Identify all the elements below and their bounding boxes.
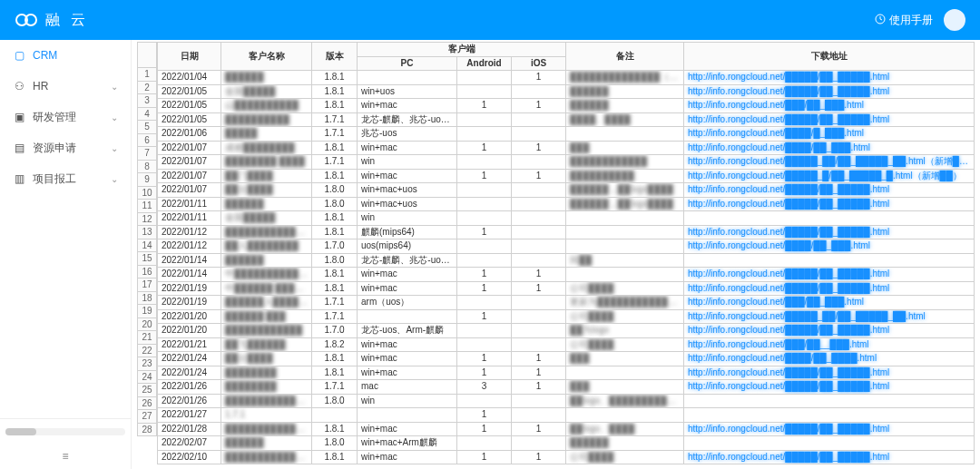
table-cell[interactable]: http://info.rongcloud.net/█████/██_█████… (684, 71, 975, 85)
table-cell[interactable]: http://info.rongcloud.net/█████_██/██_██… (684, 155, 975, 170)
table-cell[interactable]: 2022/01/07 (158, 141, 221, 155)
table-cell[interactable]: 1 (457, 309, 512, 324)
table-cell[interactable]: 1.7.0 (312, 239, 358, 254)
table-cell[interactable]: win+mac (358, 281, 457, 296)
table-cell[interactable] (566, 127, 684, 142)
table-cell[interactable]: ██████ (221, 197, 312, 211)
table-cell[interactable]: 1.7.1 (312, 296, 358, 310)
table-cell[interactable]: 2022/02/10 (158, 450, 221, 464)
table-cell[interactable]: 1 (512, 281, 566, 296)
table-cell[interactable]: 2022/01/20 (158, 309, 221, 324)
table-cell[interactable] (566, 225, 684, 239)
table-cell[interactable]: http://info.rongcloud.net/█████/██_█████… (684, 366, 975, 380)
table-cell[interactable]: ██████ (566, 436, 684, 451)
table-cell[interactable]: ██logo、██████████████ (566, 394, 684, 408)
table-row[interactable]: 2022/01/14中█████████████1.8.1win+mac11ht… (158, 268, 975, 282)
table-cell[interactable] (566, 366, 684, 380)
table-cell[interactable] (512, 239, 566, 254)
table-cell[interactable]: 1.8.1 (312, 169, 358, 183)
row-number[interactable]: 6 (137, 134, 157, 148)
sidebar-item-0[interactable]: ▢CRM (0, 40, 131, 71)
table-row[interactable]: 2022/01/271.7.11 (158, 408, 975, 423)
table-cell[interactable] (512, 253, 566, 268)
table-row[interactable]: 2022/01/12██人████████1.7.0uos(mips64)htt… (158, 239, 975, 254)
table-cell[interactable] (457, 436, 512, 451)
table-cell[interactable] (358, 71, 457, 85)
table-cell[interactable] (512, 183, 566, 198)
table-row[interactable]: 2022/01/07成都████████1.8.1win+mac11███htt… (158, 141, 975, 155)
table-cell[interactable]: http://info.rongcloud.net/████/█_███.htm… (684, 127, 975, 142)
table-cell[interactable]: 2022/01/21 (158, 337, 221, 352)
table-row[interactable]: 2022/01/14██████1.8.0龙芯-麒麟、兆芯-uos、麒麟同██ (158, 253, 975, 268)
row-number[interactable]: 15 (137, 252, 157, 266)
table-cell[interactable]: ████████ (221, 380, 312, 395)
table-cell[interactable] (457, 239, 512, 254)
table-cell[interactable]: uos(mips64) (358, 239, 457, 254)
table-cell[interactable]: 1 (512, 141, 566, 155)
table-cell[interactable]: 1 (457, 450, 512, 464)
row-number[interactable]: 14 (137, 239, 157, 253)
table-cell[interactable]: win+mac (358, 141, 457, 155)
table-cell[interactable]: ████████████ (566, 155, 684, 170)
table-cell[interactable]: 2022/02/07 (158, 436, 221, 451)
table-row[interactable]: 2022/01/26████████████████1.8.0win██logo… (158, 394, 975, 408)
table-row[interactable]: 2022/02/10██████████████1.8.1win+mac11公司… (158, 450, 975, 464)
table-cell[interactable]: 1.8.0 (312, 197, 358, 211)
table-cell[interactable] (457, 253, 512, 268)
table-cell[interactable] (457, 296, 512, 310)
table-cell[interactable]: win+mac+Arm麒麟 (358, 436, 457, 451)
sidebar-scrollbar[interactable] (5, 428, 125, 435)
table-cell[interactable]: 1.7.1 (312, 112, 358, 127)
table-cell[interactable] (684, 394, 975, 408)
col-url[interactable]: 下载地址 (684, 43, 975, 71)
table-cell[interactable]: 1.7.1 (221, 408, 312, 423)
table-row[interactable]: 2022/01/06█████1.7.1兆芯-uoshttp://info.ro… (158, 127, 975, 142)
row-number[interactable]: 7 (137, 147, 157, 161)
table-cell[interactable]: win+mac+uos (358, 197, 457, 211)
table-cell[interactable]: http://info.rongcloud.net/████/██_███.ht… (684, 141, 975, 155)
table-cell[interactable]: http://info.rongcloud.net/███/██_███.htm… (684, 99, 975, 113)
table-cell[interactable]: http://info.rongcloud.net/█████/██_█████… (684, 112, 975, 127)
row-number[interactable]: 27 (137, 410, 157, 424)
table-cell[interactable]: http://info.rongcloud.net/████/██_███.ht… (684, 239, 975, 254)
table-cell[interactable] (457, 84, 512, 99)
table-cell[interactable] (457, 71, 512, 85)
table-cell[interactable]: 中█████████████ (221, 268, 312, 282)
row-number[interactable]: 24 (137, 371, 157, 385)
table-cell[interactable] (512, 155, 566, 170)
table-cell[interactable]: 2022/01/20 (158, 324, 221, 338)
table-cell[interactable]: win+mac (358, 422, 457, 436)
table-cell[interactable]: ██台████ (221, 352, 312, 366)
table-cell[interactable]: 1.8.1 (312, 225, 358, 239)
table-cell[interactable]: █████ (221, 127, 312, 142)
table-cell[interactable]: 1 (457, 141, 512, 155)
table-cell[interactable] (457, 112, 512, 127)
table-row[interactable]: 2022/01/24████████1.8.1win+mac11http://i… (158, 366, 975, 380)
table-cell[interactable]: 1.8.1 (312, 422, 358, 436)
table-cell[interactable]: 2022/01/05 (158, 84, 221, 99)
table-cell[interactable]: http://info.rongcloud.net/█████/██_█████… (684, 197, 975, 211)
table-cell[interactable]: http://info.rongcloud.net/█████/██_█████… (684, 422, 975, 436)
row-number[interactable]: 8 (137, 161, 157, 174)
row-number[interactable]: 21 (137, 331, 157, 345)
table-cell[interactable] (457, 337, 512, 352)
table-cell[interactable]: 2022/01/06 (158, 127, 221, 142)
table-cell[interactable]: http://info.rongcloud.net/████/██_████.h… (684, 352, 975, 366)
table-cell[interactable] (512, 394, 566, 408)
table-cell[interactable]: 1.8.1 (312, 352, 358, 366)
sidebar-item-3[interactable]: ▤资源申请⌄ (0, 132, 131, 163)
table-cell[interactable] (457, 197, 512, 211)
table-cell[interactable] (684, 436, 975, 451)
table-row[interactable]: 2022/01/12████████████████-██████████1.8… (158, 225, 975, 239)
table-cell[interactable]: ██████████████ (221, 450, 312, 464)
table-cell[interactable]: ████、████ (566, 112, 684, 127)
row-number[interactable]: 11 (137, 200, 157, 213)
table-cell[interactable] (457, 324, 512, 338)
table-cell[interactable]: ██████ (221, 253, 312, 268)
row-number[interactable]: 20 (137, 318, 157, 332)
table-cell[interactable]: 公司████ (566, 309, 684, 324)
table-cell[interactable] (457, 127, 512, 142)
table-cell[interactable] (684, 408, 975, 423)
table-cell[interactable] (566, 239, 684, 254)
table-cell[interactable]: win+mac (358, 366, 457, 380)
